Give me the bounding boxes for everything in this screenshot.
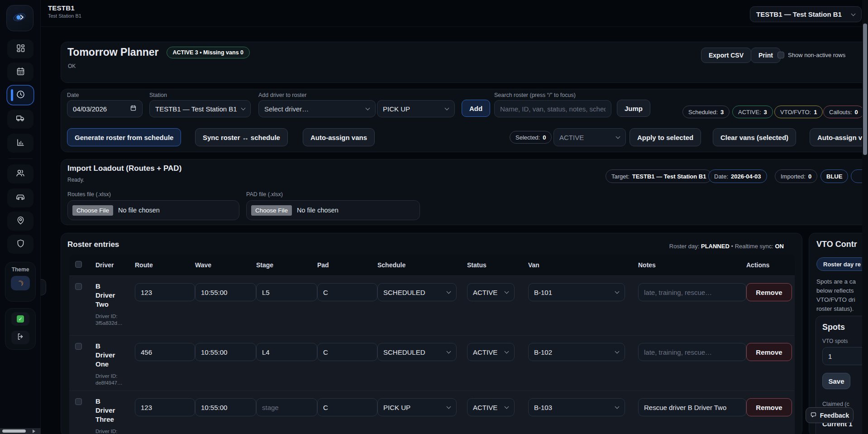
clock-icon	[16, 90, 25, 101]
auto-assign-vans-button[interactable]: Auto-assign vans	[303, 128, 375, 146]
stage-input[interactable]	[256, 398, 317, 416]
chevron-down-icon	[447, 289, 451, 294]
show-non-active-label: Show non-active rows	[788, 52, 845, 58]
van-select[interactable]: B-103	[528, 398, 625, 416]
bulk-status-select[interactable]: ACTIVE	[553, 128, 626, 146]
logout-button[interactable]	[11, 331, 29, 344]
date-input[interactable]: 04/03/2026	[67, 100, 143, 117]
status-button[interactable]: ✓	[11, 312, 29, 326]
auto-assign-all-button[interactable]: Auto-assign vans	[810, 128, 868, 146]
chevron-down-icon	[851, 11, 856, 16]
route-input[interactable]	[135, 283, 195, 301]
row-checkbox[interactable]	[75, 398, 82, 405]
sidebar-item-drivers[interactable]	[7, 164, 33, 183]
pad-input[interactable]	[317, 283, 377, 301]
choose-file-button[interactable]: Choose File	[251, 205, 292, 216]
schedule-select[interactable]: PICK UP	[377, 398, 457, 416]
chevron-down-icon	[505, 405, 509, 409]
sidebar-item-dashboard[interactable]	[7, 39, 33, 58]
feedback-button[interactable]: Feedback	[806, 407, 854, 423]
vto-count-badge: VTO/FVTO:1	[774, 106, 823, 118]
import-target-badge: Target:TESTB1 — Test Station B1	[606, 169, 712, 183]
driver-select[interactable]: Select driver…	[258, 100, 376, 117]
remove-button[interactable]: Remove	[746, 283, 792, 301]
theme-toggle-button[interactable]: ☽	[11, 276, 30, 290]
scroll-right-arrow-icon[interactable]	[33, 429, 35, 433]
stage-input[interactable]	[256, 283, 317, 301]
filters-card: Date 04/03/2026 Station TESTB1 — Test St…	[61, 89, 868, 152]
add-driver-button[interactable]: Add	[462, 100, 490, 117]
wave-input[interactable]	[195, 283, 256, 301]
schedule-select[interactable]: SCHEDULED	[377, 343, 457, 361]
sidebar-collapse-handle[interactable]	[40, 279, 46, 295]
export-csv-button[interactable]: Export CSV	[701, 48, 751, 63]
choose-file-button[interactable]: Choose File	[72, 205, 113, 216]
import-status: Ready.	[67, 177, 84, 183]
remove-button[interactable]: Remove	[746, 343, 792, 361]
col-van: Van	[528, 261, 638, 269]
pad-input[interactable]	[317, 398, 377, 416]
horizontal-scrollbar[interactable]	[0, 428, 41, 434]
apply-to-selected-button[interactable]: Apply to selected	[630, 128, 701, 146]
stage-input[interactable]	[256, 343, 317, 361]
driver-name: BDriverThree	[95, 397, 135, 424]
col-notes: Notes	[638, 261, 746, 269]
save-button[interactable]: Save	[822, 373, 850, 389]
app-root: Theme ☽ ✓ TESTB1 Test Station B1 TESTB1 …	[0, 0, 868, 434]
routes-file-label: Routes file (.xlsx)	[67, 191, 111, 198]
station-selector[interactable]: TESTB1 — Test Station B1	[750, 6, 862, 22]
row-checkbox[interactable]	[75, 283, 82, 290]
schedule-select[interactable]: SCHEDULED	[377, 283, 457, 301]
driver-name: BDriverTwo	[95, 282, 135, 309]
search-input[interactable]	[494, 100, 611, 117]
planner-status: OK	[68, 63, 76, 69]
status-select[interactable]: ACTIVE	[467, 343, 515, 361]
pad-file-input[interactable]: Choose File No file chosen	[246, 200, 420, 220]
select-all-checkbox[interactable]	[75, 261, 82, 268]
sidebar-item-locations[interactable]	[7, 212, 33, 231]
chevron-down-icon	[445, 106, 449, 111]
vto-spots-input[interactable]	[822, 347, 868, 365]
wave-input[interactable]	[195, 398, 256, 416]
print-button[interactable]: Print	[751, 48, 781, 63]
vertical-scrollbar[interactable]	[862, 0, 868, 434]
vertical-scrollbar-thumb[interactable]	[863, 24, 867, 155]
calendar-icon	[16, 67, 25, 78]
van-select[interactable]: B-102	[528, 343, 625, 361]
wave-input[interactable]	[195, 343, 256, 361]
pad-input[interactable]	[317, 343, 377, 361]
remove-button[interactable]: Remove	[746, 398, 792, 416]
status-select[interactable]: ACTIVE	[467, 398, 515, 416]
show-non-active-checkbox[interactable]	[777, 52, 784, 58]
van-select[interactable]: B-101	[528, 283, 625, 301]
sidebar-item-calendar[interactable]	[7, 63, 33, 82]
notes-input[interactable]	[638, 283, 746, 301]
route-input[interactable]	[135, 343, 195, 361]
sidebar-item-fleet[interactable]	[7, 110, 33, 129]
station-label: Station	[149, 92, 167, 98]
route-input[interactable]	[135, 398, 195, 416]
table-row: BDriverTwo Driver ID:3f5a832d… SCHEDULED…	[69, 275, 795, 335]
routes-file-input[interactable]: Choose File No file chosen	[67, 200, 239, 220]
sidebar-item-planner[interactable]	[7, 86, 33, 105]
notes-input[interactable]	[638, 398, 746, 416]
station-select[interactable]: TESTB1 — Test Station B1	[149, 100, 251, 117]
app-logo[interactable]	[6, 5, 33, 31]
jump-button[interactable]: Jump	[617, 100, 650, 117]
chevron-down-icon	[447, 349, 451, 354]
sidebar-item-vans[interactable]	[7, 188, 33, 207]
chevron-down-icon	[615, 289, 620, 294]
status-select[interactable]: ACTIVE	[467, 283, 515, 301]
clear-vans-button[interactable]: Clear vans (selected)	[713, 128, 796, 146]
sidebar-item-reports[interactable]	[7, 134, 33, 153]
notes-input[interactable]	[638, 343, 746, 361]
shift-select[interactable]: PICK UP	[377, 100, 455, 117]
col-actions: Actions	[746, 261, 795, 269]
sync-roster-button[interactable]: Sync roster ↔ schedule	[195, 128, 288, 146]
station-code: TESTB1	[48, 4, 75, 12]
sidebar-item-admin[interactable]	[7, 235, 33, 254]
row-checkbox[interactable]	[75, 343, 82, 350]
moon-icon: ☽	[15, 278, 25, 289]
horizontal-scrollbar-thumb[interactable]	[2, 429, 26, 433]
generate-roster-button[interactable]: Generate roster from schedule	[67, 128, 181, 146]
